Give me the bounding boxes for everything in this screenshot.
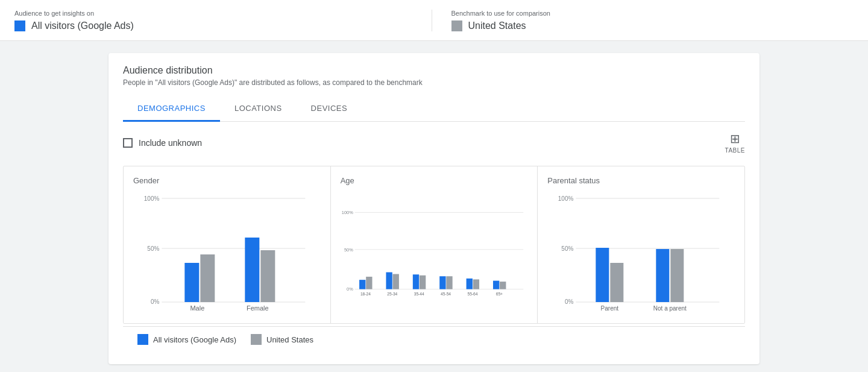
parental-status-chart-area: 100% 50% 0% Parent — [547, 192, 735, 313]
svg-text:0%: 0% — [565, 298, 574, 305]
svg-text:0%: 0% — [151, 298, 160, 305]
tab-locations[interactable]: LOCATIONS — [220, 96, 297, 122]
benchmark-color-indicator — [451, 20, 462, 31]
svg-rect-30 — [500, 282, 506, 289]
svg-text:50%: 50% — [562, 245, 574, 252]
svg-rect-41 — [656, 249, 670, 302]
legend-visitors: All visitors (Google Ads) — [137, 334, 236, 345]
gender-chart-section: Gender 100% 50% 0% — [124, 166, 331, 323]
card-body: Include unknown ⊞ TABLE Gender 100% 50% — [108, 122, 760, 364]
include-unknown-label[interactable]: Include unknown — [123, 138, 202, 148]
svg-text:65+: 65+ — [495, 292, 502, 296]
svg-rect-17 — [386, 273, 392, 289]
svg-text:35-44: 35-44 — [414, 292, 424, 296]
card: Audience distribution People in "All vis… — [108, 53, 760, 364]
svg-text:100%: 100% — [558, 195, 574, 202]
parental-status-chart-title: Parental status — [547, 176, 735, 185]
svg-rect-27 — [473, 279, 479, 289]
svg-text:45-54: 45-54 — [441, 292, 451, 296]
svg-text:18-24: 18-24 — [360, 292, 371, 296]
age-chart-area: 100% 50% 0% 18-24 — [341, 192, 528, 313]
include-unknown-text: Include unknown — [139, 138, 202, 148]
svg-text:55-64: 55-64 — [467, 292, 477, 296]
svg-text:Male: Male — [190, 304, 204, 312]
svg-rect-23 — [439, 276, 445, 289]
benchmark-selector[interactable]: United States — [451, 20, 854, 31]
controls-row: Include unknown ⊞ TABLE — [123, 131, 745, 154]
svg-rect-14 — [359, 280, 365, 289]
audience-selector[interactable]: All visitors (Google Ads) — [14, 20, 417, 31]
svg-rect-42 — [671, 249, 684, 302]
table-icon-label: TABLE — [725, 147, 745, 154]
svg-text:50%: 50% — [344, 247, 353, 253]
tab-devices[interactable]: DEVICES — [297, 96, 362, 122]
gender-chart-svg: 100% 50% 0% — [133, 192, 321, 313]
legend-benchmark: United States — [251, 334, 313, 345]
table-view-button[interactable]: ⊞ TABLE — [725, 131, 745, 154]
benchmark-section: Benchmark to use for comparison United S… — [432, 10, 854, 31]
benchmark-label: Benchmark to use for comparison — [451, 10, 854, 17]
tab-demographics[interactable]: DEMOGRAPHICS — [123, 96, 220, 122]
gender-chart-title: Gender — [133, 176, 321, 185]
legend-visitors-color — [137, 334, 148, 345]
svg-rect-15 — [366, 277, 372, 289]
audience-name: All visitors (Google Ads) — [31, 20, 134, 31]
legend: All visitors (Google Ads) United States — [123, 326, 745, 352]
svg-text:100%: 100% — [342, 210, 353, 215]
svg-rect-29 — [493, 281, 499, 289]
svg-text:Parent: Parent — [601, 305, 619, 312]
charts-row: Gender 100% 50% 0% — [123, 166, 745, 324]
legend-benchmark-color — [251, 334, 262, 345]
gender-female-visitors-bar — [245, 238, 259, 302]
gender-female-benchmark-bar — [260, 250, 275, 302]
gender-chart-area: 100% 50% 0% — [133, 192, 321, 313]
parental-status-chart-svg: 100% 50% 0% Parent — [547, 192, 735, 313]
legend-benchmark-label: United States — [266, 335, 313, 344]
include-unknown-checkbox[interactable] — [123, 138, 133, 148]
main-content: Audience distribution People in "All vis… — [0, 41, 868, 372]
audience-label: Audience to get insights on — [14, 10, 417, 17]
svg-rect-26 — [466, 279, 472, 289]
gender-male-visitors-bar — [184, 263, 199, 302]
legend-visitors-label: All visitors (Google Ads) — [153, 335, 236, 344]
table-icon-symbol: ⊞ — [730, 131, 740, 146]
card-title: Audience distribution — [123, 65, 745, 76]
gender-male-benchmark-bar — [200, 254, 215, 302]
audience-section: Audience to get insights on All visitors… — [14, 10, 432, 31]
svg-rect-38 — [596, 248, 609, 302]
svg-rect-24 — [446, 276, 452, 289]
card-header: Audience distribution People in "All vis… — [108, 53, 760, 122]
svg-text:50%: 50% — [147, 245, 159, 252]
card-subtitle: People in "All visitors (Google Ads)" ar… — [123, 78, 745, 87]
top-bar: Audience to get insights on All visitors… — [0, 0, 868, 41]
svg-rect-39 — [611, 263, 624, 302]
tabs: DEMOGRAPHICS LOCATIONS DEVICES — [123, 96, 745, 122]
age-chart-section: Age 100% 50% 0% — [331, 166, 538, 323]
svg-rect-20 — [413, 274, 419, 289]
svg-rect-18 — [392, 274, 398, 289]
svg-text:100%: 100% — [144, 195, 160, 202]
audience-color-indicator — [14, 20, 25, 31]
svg-text:25-34: 25-34 — [387, 292, 397, 296]
svg-text:0%: 0% — [347, 286, 353, 292]
svg-text:Female: Female — [247, 304, 269, 312]
svg-text:Not a parent: Not a parent — [653, 305, 687, 312]
age-chart-title: Age — [341, 176, 528, 185]
svg-rect-21 — [420, 276, 426, 289]
age-chart-svg: 100% 50% 0% 18-24 — [341, 192, 528, 313]
benchmark-name: United States — [468, 20, 526, 31]
parental-status-chart-section: Parental status 100% 50% 0% — [538, 166, 744, 323]
